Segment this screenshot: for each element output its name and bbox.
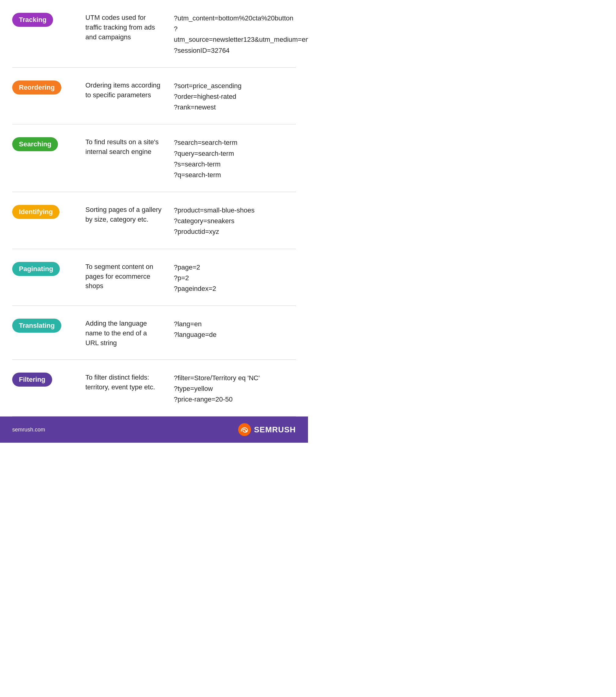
badge-paginating: Paginating — [12, 262, 60, 276]
examples-col-searching: ?search=search-term?query=search-term?s=… — [162, 136, 296, 180]
label-col-identifying: Identifying — [12, 204, 79, 219]
badge-filtering: Filtering — [12, 373, 52, 387]
desc-col-searching: To find results on a site's internal sea… — [79, 136, 162, 157]
row-paginating: PaginatingTo segment content on pages fo… — [12, 249, 296, 306]
row-reordering: ReorderingOrdering items according to sp… — [12, 68, 296, 125]
desc-col-reordering: Ordering items according to specific par… — [79, 79, 162, 100]
description-filtering: To filter distinct fields: territory, ev… — [85, 373, 162, 392]
svg-point-1 — [246, 430, 247, 432]
label-col-translating: Translating — [12, 317, 79, 333]
row-searching: SearchingTo find results on a site's int… — [12, 124, 296, 192]
examples-col-tracking: ?utm_content=bottom%20cta%20button?utm_s… — [162, 12, 308, 56]
label-col-reordering: Reordering — [12, 79, 79, 94]
examples-searching: ?search=search-term?query=search-term?s=… — [174, 137, 296, 180]
row-filtering: FilteringTo filter distinct fields: terr… — [12, 360, 296, 417]
footer-url: semrush.com — [12, 427, 45, 433]
badge-tracking: Tracking — [12, 13, 53, 27]
main-container: TrackingUTM codes used for traffic track… — [0, 0, 308, 443]
examples-col-reordering: ?sort=price_ascending?order=highest-rate… — [162, 79, 296, 113]
row-translating: TranslatingAdding the language name to t… — [12, 306, 296, 360]
examples-paginating: ?page=2?p=2?pageindex=2 — [174, 262, 296, 294]
desc-col-paginating: To segment content on pages for ecommerc… — [79, 261, 162, 291]
label-col-tracking: Tracking — [12, 12, 79, 27]
semrush-logo-icon — [238, 423, 251, 436]
description-searching: To find results on a site's internal sea… — [85, 137, 162, 157]
examples-col-translating: ?lang=en?language=de — [162, 317, 296, 340]
badge-translating: Translating — [12, 318, 61, 333]
row-tracking: TrackingUTM codes used for traffic track… — [12, 0, 296, 68]
badge-searching: Searching — [12, 137, 58, 151]
examples-col-identifying: ?product=small-blue-shoes?category=sneak… — [162, 204, 296, 237]
examples-tracking: ?utm_content=bottom%20cta%20button?utm_s… — [174, 13, 308, 56]
row-identifying: IdentifyingSorting pages of a gallery by… — [12, 192, 296, 249]
examples-col-paginating: ?page=2?p=2?pageindex=2 — [162, 261, 296, 294]
description-translating: Adding the language name to the end of a… — [85, 318, 162, 348]
desc-col-translating: Adding the language name to the end of a… — [79, 317, 162, 348]
examples-col-filtering: ?filter=Store/Territory eq 'NC'?type=yel… — [162, 371, 296, 405]
examples-reordering: ?sort=price_ascending?order=highest-rate… — [174, 80, 296, 113]
description-paginating: To segment content on pages for ecommerc… — [85, 262, 162, 291]
label-col-paginating: Paginating — [12, 261, 79, 276]
examples-filtering: ?filter=Store/Territory eq 'NC'?type=yel… — [174, 373, 296, 405]
table-section: TrackingUTM codes used for traffic track… — [0, 0, 308, 416]
label-col-filtering: Filtering — [12, 371, 79, 387]
desc-col-identifying: Sorting pages of a gallery by size, cate… — [79, 204, 162, 224]
examples-translating: ?lang=en?language=de — [174, 318, 296, 340]
semrush-brand-text: SEMRUSH — [254, 425, 296, 434]
description-tracking: UTM codes used for traffic tracking from… — [85, 13, 162, 42]
description-reordering: Ordering items according to specific par… — [85, 80, 162, 100]
desc-col-filtering: To filter distinct fields: territory, ev… — [79, 371, 162, 392]
badge-reordering: Reordering — [12, 80, 61, 94]
desc-col-tracking: UTM codes used for traffic tracking from… — [79, 12, 162, 42]
examples-identifying: ?product=small-blue-shoes?category=sneak… — [174, 205, 296, 237]
label-col-searching: Searching — [12, 136, 79, 151]
footer: semrush.com SEMRUSH — [0, 416, 308, 443]
semrush-logo: SEMRUSH — [238, 423, 296, 436]
badge-identifying: Identifying — [12, 205, 59, 219]
description-identifying: Sorting pages of a gallery by size, cate… — [85, 205, 162, 224]
svg-point-0 — [238, 423, 251, 436]
